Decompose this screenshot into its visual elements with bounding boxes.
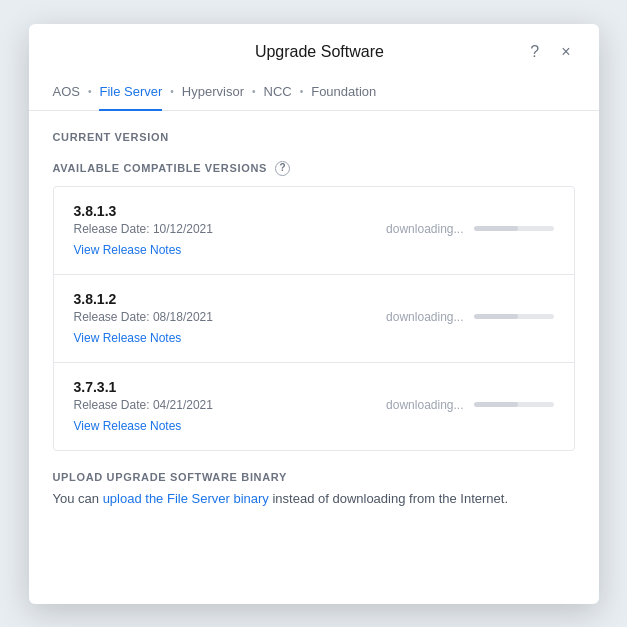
- progress-bar-bg-2: [474, 402, 554, 407]
- version-item-1: 3.8.1.2 Release Date: 08/18/2021 downloa…: [54, 275, 574, 363]
- tab-bar: AOS • File Server • Hypervisor • NCC • F…: [29, 74, 599, 111]
- version-row-1: Release Date: 08/18/2021 downloading...: [74, 310, 554, 324]
- available-versions-help-icon[interactable]: ?: [275, 161, 290, 176]
- version-number-1: 3.8.1.2: [74, 291, 554, 307]
- download-status-1: downloading...: [386, 310, 553, 324]
- download-status-0: downloading...: [386, 222, 553, 236]
- download-status-2: downloading...: [386, 398, 553, 412]
- tab-dot-2: •: [170, 86, 174, 97]
- help-button[interactable]: ?: [526, 42, 543, 62]
- versions-list: 3.8.1.3 Release Date: 10/12/2021 downloa…: [53, 186, 575, 451]
- available-versions-label: AVAILABLE COMPATIBLE VERSIONS: [53, 162, 268, 174]
- tab-foundation[interactable]: Foundation: [311, 74, 376, 111]
- tab-hypervisor[interactable]: Hypervisor: [182, 74, 244, 111]
- modal-header: Upgrade Software ? ×: [29, 24, 599, 62]
- view-release-notes-1[interactable]: View Release Notes: [74, 331, 182, 345]
- progress-bar-bg-0: [474, 226, 554, 231]
- tab-aos[interactable]: AOS: [53, 74, 80, 111]
- progress-bar-fill-0: [474, 226, 518, 231]
- version-item-2: 3.7.3.1 Release Date: 04/21/2021 downloa…: [54, 363, 574, 450]
- upload-text-before: You can: [53, 491, 103, 506]
- tab-dot-1: •: [88, 86, 92, 97]
- version-row-2: Release Date: 04/21/2021 downloading...: [74, 398, 554, 412]
- progress-bar-fill-2: [474, 402, 518, 407]
- close-button[interactable]: ×: [557, 42, 574, 62]
- downloading-text-0: downloading...: [386, 222, 463, 236]
- release-date-2: Release Date: 04/21/2021: [74, 398, 213, 412]
- modal-title: Upgrade Software: [113, 43, 527, 61]
- upload-binary-link[interactable]: upload the File Server binary: [103, 491, 269, 506]
- version-number-2: 3.7.3.1: [74, 379, 554, 395]
- view-release-notes-0[interactable]: View Release Notes: [74, 243, 182, 257]
- modal-body: CURRENT VERSION AVAILABLE COMPATIBLE VER…: [29, 111, 599, 604]
- tab-ncc[interactable]: NCC: [264, 74, 292, 111]
- release-date-0: Release Date: 10/12/2021: [74, 222, 213, 236]
- downloading-text-1: downloading...: [386, 310, 463, 324]
- downloading-text-2: downloading...: [386, 398, 463, 412]
- upload-text-after: instead of downloading from the Internet…: [269, 491, 508, 506]
- available-versions-header: AVAILABLE COMPATIBLE VERSIONS ?: [53, 161, 575, 176]
- current-version-label: CURRENT VERSION: [53, 131, 575, 143]
- tab-dot-4: •: [300, 86, 304, 97]
- view-release-notes-2[interactable]: View Release Notes: [74, 419, 182, 433]
- tab-dot-3: •: [252, 86, 256, 97]
- release-date-1: Release Date: 08/18/2021: [74, 310, 213, 324]
- header-actions: ? ×: [526, 42, 574, 62]
- overlay: Upgrade Software ? × AOS • File Server •…: [0, 0, 627, 627]
- tab-file-server[interactable]: File Server: [99, 74, 162, 111]
- upload-section: UPLOAD UPGRADE SOFTWARE BINARY You can u…: [53, 471, 575, 509]
- version-item-0: 3.8.1.3 Release Date: 10/12/2021 downloa…: [54, 187, 574, 275]
- progress-bar-fill-1: [474, 314, 518, 319]
- upload-label: UPLOAD UPGRADE SOFTWARE BINARY: [53, 471, 575, 483]
- progress-bar-bg-1: [474, 314, 554, 319]
- version-number-0: 3.8.1.3: [74, 203, 554, 219]
- upload-text: You can upload the File Server binary in…: [53, 489, 575, 509]
- version-row-0: Release Date: 10/12/2021 downloading...: [74, 222, 554, 236]
- modal-dialog: Upgrade Software ? × AOS • File Server •…: [29, 24, 599, 604]
